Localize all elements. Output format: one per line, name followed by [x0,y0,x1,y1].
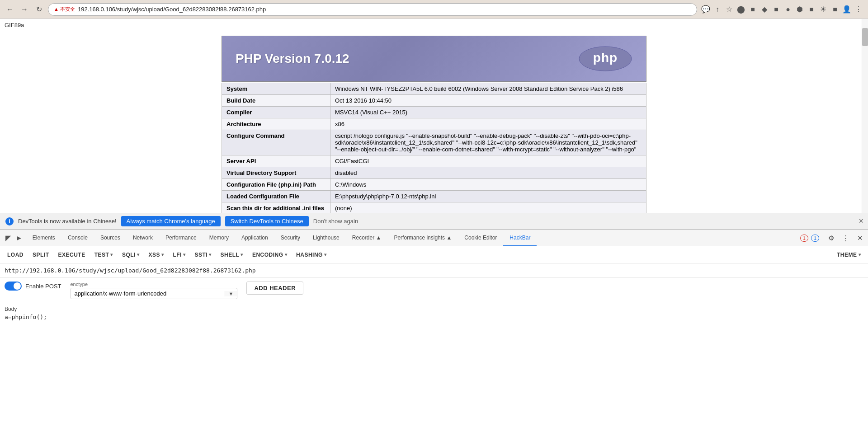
devtools-tab-network[interactable]: Network [127,230,159,246]
devtools-close-icon[interactable]: ✕ [854,232,866,244]
table-row: Loaded Configuration FileE:\phpstudy\php… [222,191,646,202]
devtools-tab-security[interactable]: Security [274,230,307,246]
table-cell-label: Configure Command [222,130,330,155]
table-cell-value: Windows NT WIN-TYSEZ2PTA5L 6.0 build 600… [330,83,646,95]
extension5-icon[interactable]: ● [783,5,793,14]
add-header-button[interactable]: ADD HEADER [246,282,303,295]
devtools-tab-performance[interactable]: Performance [159,230,203,246]
phpinfo-table: SystemWindows NT WIN-TYSEZ2PTA5L 6.0 bui… [222,83,646,213]
dont-show-again-button[interactable]: Don't show again [313,218,358,225]
hackbar-btn-split[interactable]: SPLIT [28,248,54,262]
hackbar-btn-lfi[interactable]: LFI ▾ [168,248,190,262]
extension1-icon[interactable]: ⬤ [736,5,746,14]
menu-icon[interactable]: ⋮ [854,5,863,14]
table-row: Virtual Directory Supportdisabled [222,167,646,179]
profile-icon[interactable]: 👤 [842,5,852,14]
devtools-tab-lighthouse[interactable]: Lighthouse [307,230,346,246]
hackbar-toolbar: LOADSPLITEXECUTETEST ▾SQLI ▾XSS ▾LFI ▾SS… [0,246,868,263]
hackbar-btn-encoding[interactable]: ENCODING ▾ [248,248,292,262]
back-button[interactable]: ← [5,4,15,15]
error-badge: 1 [800,235,808,242]
devtools-tab-sources[interactable]: Sources [94,230,127,246]
enctype-label: enctype [71,282,238,287]
dropdown-arrow-icon: ▾ [137,252,140,257]
extension7-icon[interactable]: ■ [807,5,816,14]
devtools-tab-cookie-editor[interactable]: Cookie Editor [458,230,503,246]
dropdown-arrow-icon: ▾ [209,252,212,257]
devtools-tab-application[interactable]: Application [235,230,274,246]
extension2-icon[interactable]: ■ [748,5,758,14]
match-language-button[interactable]: Always match Chrome's language [121,216,221,226]
enctype-arrow-icon: ▼ [225,291,237,296]
share-icon[interactable]: ↑ [712,5,722,14]
devtools-panel-right-icon[interactable]: ► [14,234,24,242]
hackbar-btn-test[interactable]: TEST ▾ [90,248,118,262]
table-cell-label: Configuration File (php.ini) Path [222,179,330,191]
enable-post-toggle[interactable] [5,282,22,291]
devtools-tab-recorder[interactable]: Recorder ▲ [346,230,388,246]
extension8-icon[interactable]: ☀ [818,5,828,14]
switch-to-chinese-button[interactable]: Switch DevTools to Chinese [225,216,309,226]
info-badge: 1 [811,235,819,242]
hackbar-url-input[interactable] [5,266,863,275]
devtools-notification-bar: i DevTools is now available in Chinese! … [0,213,868,230]
enctype-select-wrap: application/x-www-form-urlencodedmultipa… [71,288,238,299]
devtools-tab-icons: 1 1 ⚙ ⋮ ✕ [800,232,866,244]
dropdown-arrow-icon: ▾ [285,252,288,257]
extension4-icon[interactable]: ■ [771,5,781,14]
address-bar[interactable]: ▲ 不安全 192.168.0.106/study/wjsc/upload/Go… [48,3,697,16]
hackbar-btn-xss[interactable]: XSS ▾ [144,248,168,262]
body-label: Body [5,306,863,312]
table-row: Configure Commandcscript /nologo configu… [222,130,646,155]
devtools-tab-hackbar[interactable]: HackBar [503,230,537,246]
hackbar-body-input[interactable] [5,314,863,320]
table-cell-label: Virtual Directory Support [222,167,330,179]
table-cell-value: cscript /nologo configure.js "--enable-s… [330,130,646,155]
table-row: Build DateOct 13 2016 10:44:50 [222,95,646,107]
table-cell-value: (none) [330,202,646,214]
gif-label: GIF89a [0,19,868,31]
table-cell-value: x86 [330,118,646,130]
extension6-icon[interactable]: ⬢ [795,5,805,14]
enctype-select[interactable]: application/x-www-form-urlencodedmultipa… [71,288,225,299]
notification-info-icon: i [5,217,14,225]
devtools-tab-elements[interactable]: Elements [26,230,61,246]
devtools-tab-memory[interactable]: Memory [203,230,235,246]
hackbar-btn-ssti[interactable]: SSTI ▾ [190,248,216,262]
devtools-more-icon[interactable]: ⋮ [839,232,852,244]
hackbar-btn-shell[interactable]: SHELL ▾ [216,248,248,262]
table-row: Architecturex86 [222,118,646,130]
hackbar-btn-theme[interactable]: THEME ▾ [832,248,865,262]
table-cell-value: MSVC14 (Visual C++ 2015) [330,107,646,118]
dropdown-arrow-icon: ▾ [183,252,186,257]
hackbar-btn-execute[interactable]: EXECUTE [54,248,90,262]
hackbar-url-area [0,263,868,278]
hackbar-btn-load[interactable]: LOAD [3,248,28,262]
url-display: 192.168.0.106/study/wjsc/upload/Good_62d… [78,6,266,13]
devtools-panel-left-icon[interactable]: ◤ [4,234,13,242]
devtools-tab-console[interactable]: Console [61,230,94,246]
extension9-icon[interactable]: ■ [830,5,840,14]
reload-button[interactable]: ↻ [33,4,44,15]
extension3-icon[interactable]: ◆ [760,5,769,14]
table-cell-value: CGI/FastCGI [330,155,646,167]
devtools-settings-icon[interactable]: ⚙ [825,232,837,244]
notification-close-button[interactable]: × [859,216,863,226]
hackbar-body-area: Body [0,303,868,323]
bookmark-icon[interactable]: ☆ [724,5,734,14]
scrollbar[interactable] [862,19,868,213]
dropdown-arrow-icon: ▾ [859,252,861,257]
phpinfo-header: PHP Version 7.0.12 php [222,36,646,82]
translate-icon[interactable]: 💬 [701,5,711,14]
hackbar-btn-hashing[interactable]: HASHING ▾ [292,248,331,262]
devtools-panel: ◤ ► ElementsConsoleSourcesNetworkPerform… [0,230,868,323]
hackbar-btn-sqli[interactable]: SQLI ▾ [118,248,144,262]
table-cell-label: Architecture [222,118,330,130]
table-row: Scan this dir for additional .ini files(… [222,202,646,214]
enable-post-toggle-wrap: Enable POST [5,282,61,291]
browser-toolbar-icons: 💬 ↑ ☆ ⬤ ■ ◆ ■ ● ⬢ ■ ☀ ■ 👤 ⋮ [701,5,863,14]
table-cell-value: C:\Windows [330,179,646,191]
forward-button[interactable]: → [19,4,30,15]
devtools-tab-performance-insights[interactable]: Performance insights ▲ [387,230,458,246]
browser-chrome: ← → ↻ ▲ 不安全 192.168.0.106/study/wjsc/upl… [0,0,868,19]
